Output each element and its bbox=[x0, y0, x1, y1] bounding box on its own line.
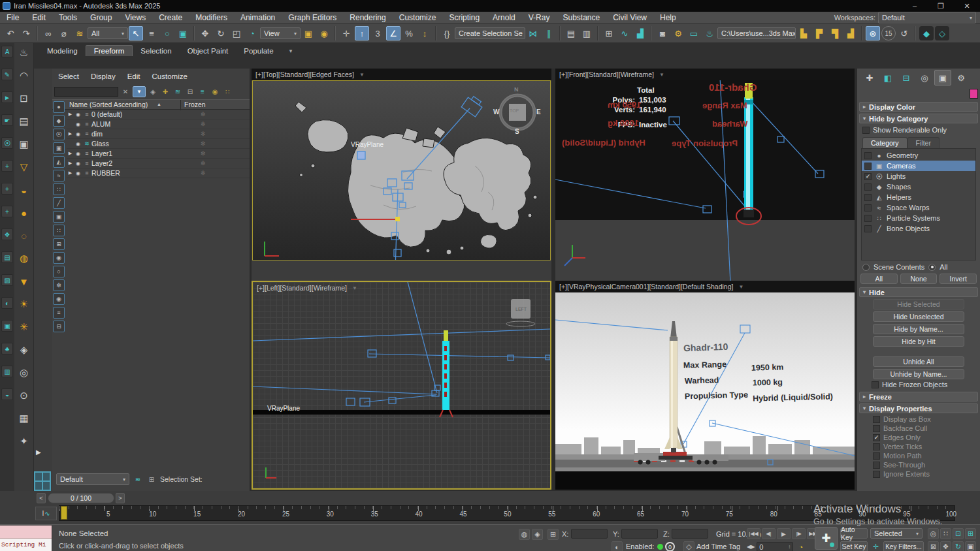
backface-cull-checkbox[interactable]: Backface Cull bbox=[873, 424, 980, 433]
menu-arnold[interactable]: Arnold bbox=[486, 13, 522, 22]
scene-explorer-toggle-icon[interactable]: ▤ bbox=[564, 26, 578, 40]
filter-spacewarps-icon[interactable]: ≈ bbox=[53, 170, 65, 181]
left-toolbar-icon[interactable]: + bbox=[1, 183, 13, 195]
disc-light-icon[interactable]: ◍ bbox=[16, 251, 32, 266]
faded-light-icon[interactable]: ◌ bbox=[16, 228, 32, 244]
all-radio[interactable] bbox=[928, 264, 936, 271]
filter-containers-icon[interactable]: ▣ bbox=[53, 211, 65, 223]
minimize-button[interactable]: – bbox=[902, 2, 928, 10]
edit-named-selections-icon[interactable]: {} bbox=[440, 26, 454, 40]
macro-recorder-field[interactable] bbox=[0, 526, 52, 539]
substance-settings-icon[interactable]: ◇ bbox=[935, 26, 949, 40]
menu-edit[interactable]: Edit bbox=[25, 13, 52, 22]
previous-key-icon[interactable]: ◀| bbox=[762, 528, 776, 539]
filter-objects-icon[interactable]: ○ bbox=[53, 266, 65, 277]
rollout-freeze[interactable]: ▸Freeze bbox=[859, 392, 978, 401]
category-shapes[interactable]: ◆Shapes bbox=[862, 181, 975, 192]
next-frame-button[interactable]: > bbox=[116, 493, 125, 503]
viewcube-face-label[interactable]: TOP bbox=[510, 108, 519, 113]
menu-views[interactable]: Views bbox=[118, 13, 152, 22]
box-icon[interactable]: ⊡ bbox=[16, 91, 32, 106]
starburst-icon[interactable]: ✳ bbox=[16, 319, 32, 335]
layer-row[interactable]: ◉≡ALUM✻ bbox=[67, 119, 250, 129]
ignore-extents-checkbox[interactable]: Ignore Extents bbox=[873, 469, 980, 479]
menu-customize[interactable]: Customize bbox=[393, 13, 443, 22]
left-toolbar-icon[interactable]: ▣ bbox=[1, 320, 13, 332]
unlink-selection-icon[interactable]: ⌀ bbox=[57, 26, 71, 40]
align-icon[interactable]: ∥ bbox=[542, 26, 556, 40]
per-view-filter-icon[interactable]: ▼ bbox=[659, 72, 664, 78]
key-mode-dropdown[interactable]: Selected▾ bbox=[870, 528, 923, 539]
tab-category[interactable]: Category bbox=[862, 137, 907, 148]
display-color-swatch[interactable] bbox=[970, 89, 978, 99]
viewcube-face-label[interactable]: LEFT bbox=[515, 307, 527, 311]
material-editor-icon[interactable]: ◙ bbox=[655, 26, 670, 40]
add-to-layer-icon[interactable]: ≋ bbox=[172, 87, 183, 97]
add-layer-icon[interactable]: ✚ bbox=[160, 87, 171, 97]
explorer-menu-edit[interactable]: Edit bbox=[122, 72, 146, 80]
hide-unselected-button[interactable]: Hide Unselected bbox=[873, 311, 964, 322]
select-and-link-icon[interactable]: ∞ bbox=[41, 26, 56, 40]
viewport-top-content[interactable]: VRayPlane TOP N W E S bbox=[252, 80, 551, 260]
invert-button[interactable]: Invert bbox=[939, 274, 977, 284]
filter-lights-icon[interactable]: ⦿ bbox=[53, 129, 65, 140]
explorer-search-input[interactable] bbox=[54, 87, 118, 97]
named-selection-sets-dropdown[interactable]: Create Selection Se▾ bbox=[455, 27, 525, 39]
rollout-hide[interactable]: ▾Hide bbox=[859, 287, 978, 297]
mini-curve-editor-button[interactable]: I∿ bbox=[35, 507, 57, 520]
zoom-extents-all-icon[interactable]: ⊞ bbox=[965, 528, 976, 539]
filter-materials-icon[interactable]: ◉ bbox=[53, 252, 65, 264]
hide-frozen-objects-checkbox[interactable]: Hide Frozen Objects bbox=[866, 379, 980, 390]
left-toolbar-icon[interactable]: ♣ bbox=[1, 343, 13, 354]
category-space-warps[interactable]: ≈Space Warps bbox=[862, 202, 975, 213]
time-tag-icon[interactable]: ◇ bbox=[683, 541, 694, 551]
open-folder-icon[interactable]: ▛ bbox=[812, 26, 826, 40]
menu-file[interactable]: File bbox=[0, 13, 25, 22]
left-toolbar-icon[interactable]: ◒ bbox=[1, 388, 13, 400]
previous-frame-button[interactable]: < bbox=[37, 493, 46, 503]
filter-particles-icon[interactable]: ∷ bbox=[53, 183, 65, 195]
workspaces-dropdown[interactable]: Default▾ bbox=[878, 12, 976, 24]
isolate-icon[interactable]: ⊞ bbox=[146, 474, 157, 484]
state-sets-icon[interactable]: ▟ bbox=[843, 26, 858, 40]
filter-layers-icon[interactable]: ≡ bbox=[53, 307, 65, 319]
current-frame-field[interactable]: 0↕ bbox=[757, 542, 793, 551]
left-toolbar-icon[interactable]: ► bbox=[1, 91, 13, 103]
filter-geometry-icon[interactable]: ● bbox=[53, 101, 65, 113]
set-key-button[interactable]: Set Key bbox=[840, 541, 868, 551]
tab-modify-icon[interactable]: ◧ bbox=[879, 70, 896, 86]
category-geometry[interactable]: ●Geometry bbox=[862, 150, 975, 161]
use-pivot-point-icon[interactable]: ▣ bbox=[301, 26, 316, 40]
select-and-move-icon[interactable]: ✥ bbox=[198, 26, 212, 40]
percent-snap-icon[interactable]: % bbox=[402, 26, 416, 40]
menu-substance[interactable]: Substance bbox=[556, 13, 606, 22]
menu-vray[interactable]: V-Ray bbox=[522, 13, 557, 22]
undo-icon[interactable]: ↶ bbox=[3, 26, 18, 40]
selection-region-icon[interactable]: ○ bbox=[160, 26, 174, 40]
left-toolbar-icon[interactable]: ✎ bbox=[1, 69, 13, 80]
category-bone-objects[interactable]: ╱Bone Objects bbox=[862, 223, 975, 234]
viewport-left-content[interactable]: VRayPlane LEFT bbox=[253, 282, 550, 488]
layer-row[interactable]: ▶◉≡RUBBER✻ bbox=[67, 168, 250, 178]
layer-manager-icon[interactable]: ≋ bbox=[133, 474, 143, 484]
filter-icon[interactable]: ▼ bbox=[133, 86, 146, 97]
viewport-layout-tab-icon[interactable] bbox=[34, 471, 51, 491]
tab-utilities-icon[interactable]: ⚙ bbox=[953, 70, 970, 86]
autosave-icon[interactable]: ⊛ bbox=[866, 26, 880, 40]
go-to-start-icon[interactable]: |◀◀ bbox=[747, 528, 760, 539]
all-button[interactable]: All bbox=[860, 274, 898, 284]
target-icon[interactable]: ⊙ bbox=[16, 388, 32, 403]
maximize-viewport-icon[interactable]: ▣ bbox=[965, 541, 976, 551]
ribbon-tab-object-paint[interactable]: Object Paint bbox=[180, 46, 237, 56]
render-production-icon[interactable]: ♨ bbox=[702, 26, 717, 40]
tab-create-icon[interactable]: ✚ bbox=[861, 70, 878, 86]
filter-groups-icon[interactable]: ∷ bbox=[53, 225, 65, 236]
select-and-manipulate-icon[interactable]: ✛ bbox=[339, 26, 353, 40]
ribbon-tab-modeling[interactable]: Modeling bbox=[39, 46, 86, 56]
explorer-menu-select[interactable]: Select bbox=[52, 72, 85, 80]
reference-coordinate-dropdown[interactable]: View▾ bbox=[260, 27, 301, 39]
layer-row[interactable]: ▶◉≡0 (default)✻ bbox=[67, 110, 250, 119]
see-through-checkbox[interactable]: See-Through bbox=[873, 460, 980, 469]
ribbon-minimize-icon[interactable]: ▾ bbox=[282, 46, 301, 55]
layer-explorer-toggle-icon[interactable]: ▥ bbox=[580, 26, 594, 40]
